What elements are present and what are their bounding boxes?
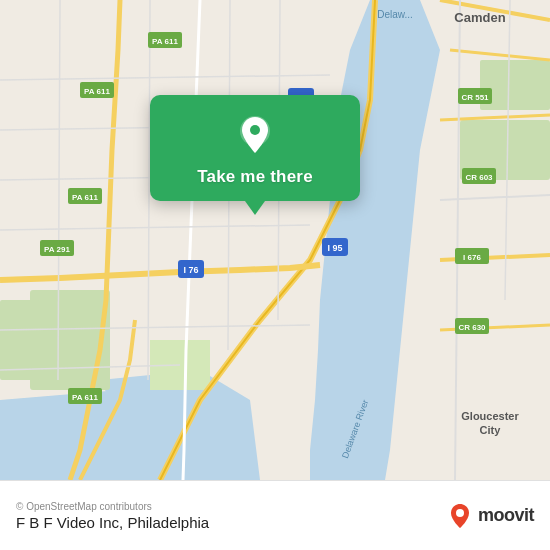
svg-text:CR 630: CR 630 <box>458 323 486 332</box>
svg-point-54 <box>250 125 260 135</box>
svg-text:I 676: I 676 <box>463 253 481 262</box>
moovit-text: moovit <box>478 505 534 526</box>
svg-text:PA 611: PA 611 <box>72 393 98 402</box>
svg-text:CR 603: CR 603 <box>465 173 493 182</box>
location-info: © OpenStreetMap contributors F B F Video… <box>16 501 209 531</box>
svg-text:Camden: Camden <box>454 10 505 25</box>
location-name: F B F Video Inc, Philadelphia <box>16 514 209 531</box>
moovit-logo: moovit <box>446 502 534 530</box>
bottom-bar: © OpenStreetMap contributors F B F Video… <box>0 480 550 550</box>
svg-text:City: City <box>480 424 502 436</box>
svg-text:PA 611: PA 611 <box>84 87 110 96</box>
map-container: I 95 I 95 I 76 PA 611 PA 611 PA 611 PA 6… <box>0 0 550 480</box>
svg-rect-1 <box>30 290 110 390</box>
take-me-there-button[interactable]: Take me there <box>197 167 313 187</box>
svg-text:PA 611: PA 611 <box>152 37 178 46</box>
svg-text:I 95: I 95 <box>327 243 342 253</box>
svg-text:PA 611: PA 611 <box>72 193 98 202</box>
moovit-pin-icon <box>446 502 474 530</box>
popup-card: Take me there <box>150 95 360 201</box>
svg-text:I 76: I 76 <box>183 265 198 275</box>
svg-text:Gloucester: Gloucester <box>461 410 519 422</box>
svg-text:CR 551: CR 551 <box>461 93 489 102</box>
osm-credit: © OpenStreetMap contributors <box>16 501 209 512</box>
svg-text:Delaw...: Delaw... <box>377 9 413 20</box>
svg-rect-2 <box>0 300 40 380</box>
svg-text:PA 291: PA 291 <box>44 245 70 254</box>
location-pin-icon <box>233 113 277 157</box>
svg-point-55 <box>456 509 464 517</box>
map-background: I 95 I 95 I 76 PA 611 PA 611 PA 611 PA 6… <box>0 0 550 480</box>
